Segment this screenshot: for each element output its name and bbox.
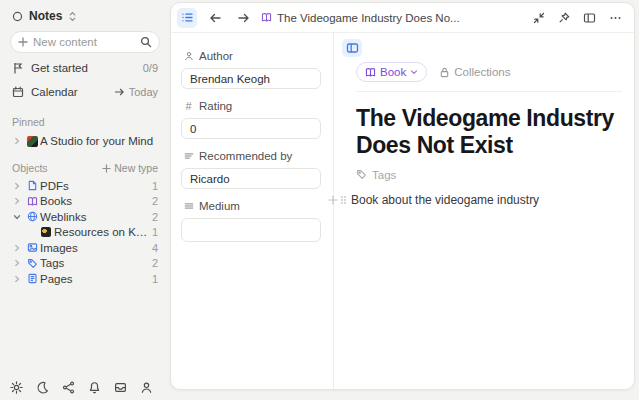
text-icon (183, 151, 194, 161)
list-icon (181, 11, 194, 24)
relations-panel: Author Brendan Keogh # Rating 0 Recommen… (171, 33, 334, 389)
sidebar-item-books[interactable]: Books 2 (10, 194, 160, 210)
collections-button[interactable]: Collections (439, 66, 510, 78)
settings-gear-icon[interactable] (8, 379, 24, 395)
relation-input-author[interactable]: Brendan Keogh (181, 68, 321, 89)
chevron-right-icon[interactable] (10, 244, 24, 252)
book-icon (24, 196, 40, 207)
sidebar-item-pdfs[interactable]: PDFs 1 (10, 178, 160, 194)
sidebar-toggle-button[interactable] (177, 8, 197, 28)
item-count: 2 (152, 257, 160, 269)
person-icon (183, 51, 194, 61)
chevron-right-icon[interactable] (10, 275, 24, 283)
graph-icon[interactable] (60, 379, 76, 395)
calendar-icon (12, 86, 24, 98)
more-icon[interactable] (609, 12, 622, 24)
book-icon (365, 67, 376, 78)
drag-handle-icon[interactable] (340, 195, 347, 205)
add-block-icon[interactable] (328, 195, 338, 205)
sidebar-item-calendar[interactable]: Calendar Today (10, 80, 160, 104)
text-block[interactable]: Book about the videogame industry (328, 192, 622, 208)
page-title[interactable]: The Videogame Industry Does Not Exist (356, 105, 622, 159)
item-count: 1 (152, 273, 160, 285)
relation-input-rating[interactable]: 0 (181, 118, 321, 139)
pinned-item[interactable]: A Studio for your Mind (10, 132, 160, 150)
plus-icon (18, 37, 28, 47)
space-name: Notes (29, 9, 62, 23)
profile-icon[interactable] (138, 379, 154, 395)
bell-icon[interactable] (86, 379, 102, 395)
chevron-down-icon (410, 68, 418, 76)
relation-label-rating: # Rating (181, 99, 321, 113)
image-icon (24, 242, 40, 253)
item-count: 1 (152, 226, 160, 238)
layout-icon[interactable] (583, 12, 596, 24)
sidebar-bottom-toolbar (8, 379, 154, 395)
lock-icon (439, 67, 450, 78)
tags-row[interactable]: Tags (356, 167, 622, 183)
sidebar: Notes New content Get started 0/9 Calend… (0, 0, 170, 400)
inbox-icon[interactable] (112, 379, 128, 395)
relation-label-recommended-by: Recommended by (181, 149, 321, 163)
get-started-progress: 0/9 (143, 62, 158, 74)
space-icon (12, 11, 23, 22)
item-count: 2 (152, 211, 160, 223)
moon-theme-icon[interactable] (34, 379, 50, 395)
relation-label-author: Author (181, 49, 321, 63)
weblink-favicon (38, 227, 54, 237)
relations-panel-toggle-button[interactable] (342, 39, 362, 57)
list-icon (183, 201, 194, 211)
chevron-right-icon[interactable] (10, 182, 24, 190)
new-content-input[interactable]: New content (10, 31, 160, 53)
search-icon[interactable] (140, 36, 152, 48)
chevron-right-icon[interactable] (10, 197, 24, 205)
search-placeholder: New content (33, 36, 135, 48)
item-count: 1 (152, 180, 160, 192)
space-switcher-icon[interactable] (68, 11, 77, 22)
sidebar-item-resources[interactable]: Resources on Knowledg... 1 (10, 225, 160, 241)
back-button[interactable] (205, 8, 225, 28)
editor-window: The Videogame Industry Does No... (170, 2, 635, 390)
sidebar-item-images[interactable]: Images 4 (10, 240, 160, 256)
pinned-item-thumbnail (24, 136, 40, 147)
expand-icon[interactable] (533, 12, 545, 24)
plus-icon (102, 164, 111, 173)
item-count: 2 (152, 195, 160, 207)
sidebar-item-pages[interactable]: Pages 1 (10, 271, 160, 287)
arrow-right-icon (237, 12, 250, 24)
panel-icon (346, 42, 359, 54)
divider (356, 91, 622, 92)
relation-label-medium: Medium (181, 199, 321, 213)
tag-icon (356, 169, 367, 180)
sidebar-item-tags[interactable]: Tags 2 (10, 256, 160, 272)
arrow-left-icon (209, 12, 222, 24)
file-icon (24, 180, 40, 191)
header-actions (533, 12, 622, 24)
calendar-label: Calendar (31, 86, 107, 98)
forward-button[interactable] (233, 8, 253, 28)
pin-icon[interactable] (558, 12, 570, 24)
relation-input-recommended-by[interactable]: Ricardo (181, 168, 321, 189)
chevron-down-icon[interactable] (10, 213, 24, 221)
new-type-button[interactable]: New type (102, 162, 158, 174)
hash-icon: # (183, 100, 194, 112)
item-count: 4 (152, 242, 160, 254)
calendar-today-link[interactable]: Today (114, 86, 158, 98)
sidebar-item-weblinks[interactable]: Weblinks 2 (10, 209, 160, 225)
space-header[interactable]: Notes (10, 6, 160, 26)
type-row: Book Collections (356, 61, 622, 83)
relation-input-medium[interactable] (181, 218, 321, 242)
page-icon (24, 273, 40, 284)
pinned-label: Pinned (12, 116, 158, 128)
body-text[interactable]: Book about the videogame industry (351, 193, 539, 207)
pinned-item-label: A Studio for your Mind (40, 135, 160, 147)
breadcrumb-title[interactable]: The Videogame Industry Does No... (261, 12, 525, 24)
object-type-selector[interactable]: Book (356, 62, 427, 82)
sidebar-item-get-started[interactable]: Get started 0/9 (10, 56, 160, 80)
objects-label: Objects (12, 162, 102, 174)
pinned-section-header: Pinned (10, 112, 160, 132)
document-area: Book Collections The Videogame Industry … (334, 33, 634, 389)
chevron-right-icon[interactable] (10, 259, 24, 267)
chevron-right-icon[interactable] (10, 137, 24, 145)
objects-section-header: Objects New type (10, 158, 160, 178)
